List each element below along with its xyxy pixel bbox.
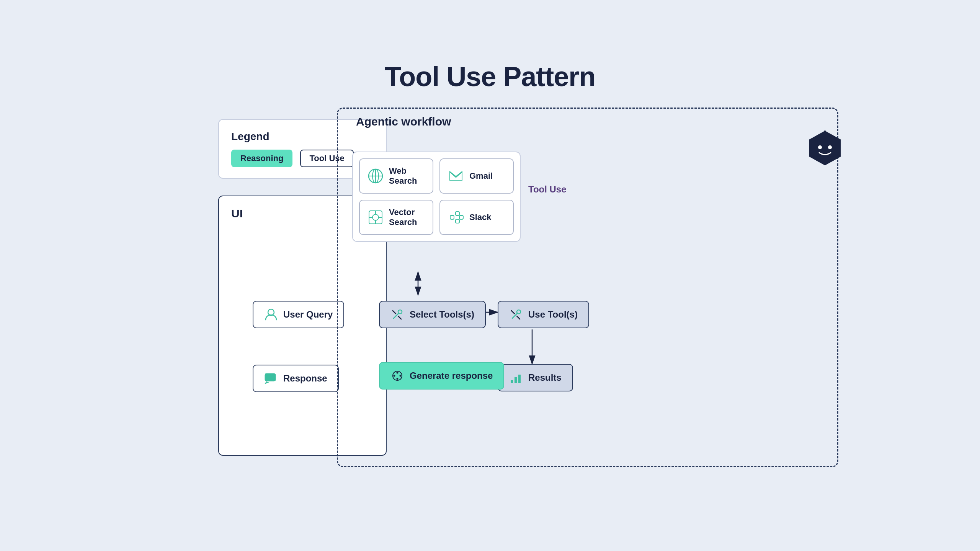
svg-point-11 — [818, 145, 822, 149]
legend-reasoning: Reasoning — [231, 150, 292, 167]
tool-gmail: Gmail — [439, 158, 514, 194]
results-icon — [509, 371, 523, 385]
svg-rect-33 — [518, 375, 521, 383]
user-query-node: User Query — [253, 301, 344, 328]
svg-point-30 — [517, 310, 521, 314]
response-icon — [264, 372, 278, 385]
tools-icon — [390, 308, 404, 321]
svg-rect-27 — [456, 219, 459, 223]
tool-vector-search: Vector Search — [359, 200, 433, 235]
generate-response-node: Generate response — [379, 362, 504, 390]
vector-search-icon — [368, 209, 384, 225]
svg-point-37 — [400, 375, 402, 377]
svg-rect-32 — [514, 377, 517, 383]
tool-use-label: Tool Use — [528, 184, 567, 195]
svg-point-20 — [372, 214, 379, 220]
gmail-icon — [448, 168, 464, 184]
svg-point-38 — [397, 378, 399, 380]
page-title: Tool Use Pattern — [385, 61, 596, 92]
svg-marker-10 — [810, 131, 840, 165]
svg-rect-26 — [456, 212, 459, 215]
use-tools-node: Use Tool(s) — [498, 301, 589, 328]
response-node: Response — [253, 365, 339, 392]
svg-rect-28 — [459, 215, 463, 219]
tool-slack: Slack — [439, 200, 514, 235]
results-node: Results — [498, 364, 573, 391]
svg-rect-9 — [265, 373, 276, 381]
web-search-icon — [368, 168, 384, 184]
user-icon — [264, 308, 278, 321]
use-tools-icon — [509, 308, 523, 321]
svg-rect-25 — [450, 215, 454, 219]
svg-point-29 — [398, 310, 402, 314]
svg-point-8 — [268, 309, 274, 315]
svg-point-35 — [394, 375, 395, 377]
svg-rect-31 — [511, 380, 513, 383]
tool-web-search: Web Search — [359, 158, 433, 194]
slack-icon — [448, 209, 464, 225]
tools-grid: Web Search Gmail Vecto — [352, 152, 521, 242]
workflow-title: Agentic workflow — [356, 115, 451, 128]
generate-icon — [390, 369, 404, 383]
select-tools-node: Select Tools(s) — [379, 301, 486, 328]
svg-point-12 — [828, 145, 832, 149]
robot-icon — [808, 130, 842, 170]
diagram-container: Legend Reasoning Tool Use UI User Query … — [126, 108, 854, 490]
svg-point-36 — [397, 372, 399, 374]
